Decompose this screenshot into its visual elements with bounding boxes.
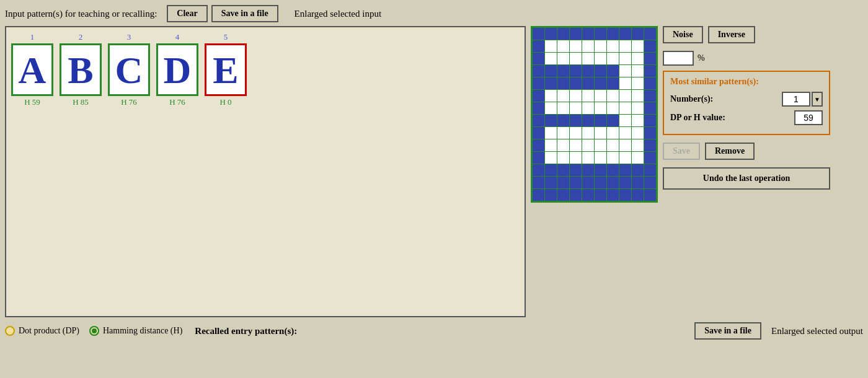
- grid-cell-1-0[interactable]: [533, 40, 544, 52]
- grid-cell-6-0[interactable]: [533, 102, 544, 114]
- grid-cell-7-4[interactable]: [582, 115, 594, 126]
- grid-cell-1-8[interactable]: [632, 40, 644, 52]
- grid-cell-6-2[interactable]: [557, 102, 569, 114]
- grid-cell-8-8[interactable]: [632, 127, 644, 139]
- radio-h[interactable]: Hamming distance (H): [89, 326, 182, 336]
- grid-cell-0-8[interactable]: [632, 28, 644, 40]
- grid-cell-10-4[interactable]: [582, 152, 594, 164]
- grid-cell-5-5[interactable]: [595, 90, 606, 102]
- pattern-canvas-1[interactable]: A: [11, 43, 53, 96]
- grid-cell-9-0[interactable]: [533, 139, 544, 151]
- grid-cell-3-9[interactable]: [644, 65, 656, 77]
- pattern-canvas-4[interactable]: D: [156, 43, 198, 96]
- grid-cell-8-2[interactable]: [557, 127, 569, 139]
- grid-cell-12-9[interactable]: [644, 177, 656, 188]
- grid-cell-0-0[interactable]: [533, 28, 544, 40]
- grid-cell-11-1[interactable]: [545, 164, 557, 176]
- grid-cell-8-7[interactable]: [619, 127, 631, 139]
- pattern-canvas-5[interactable]: E: [205, 43, 247, 96]
- grid-cell-9-9[interactable]: [644, 139, 656, 151]
- grid-cell-0-1[interactable]: [545, 28, 557, 40]
- grid-cell-9-2[interactable]: [557, 139, 569, 151]
- grid-cell-12-6[interactable]: [607, 177, 619, 188]
- grid-cell-1-7[interactable]: [619, 40, 631, 52]
- grid-cell-2-4[interactable]: [582, 53, 594, 64]
- grid-cell-1-2[interactable]: [557, 40, 569, 52]
- grid-cell-3-7[interactable]: [619, 65, 631, 77]
- grid-cell-2-9[interactable]: [644, 53, 656, 64]
- grid-cell-3-5[interactable]: [595, 65, 606, 77]
- grid-cell-7-6[interactable]: [607, 115, 619, 126]
- grid-cell-1-1[interactable]: [545, 40, 557, 52]
- grid-cell-5-6[interactable]: [607, 90, 619, 102]
- grid-cell-2-6[interactable]: [607, 53, 619, 64]
- grid-cell-3-0[interactable]: [533, 65, 544, 77]
- grid-cell-4-3[interactable]: [570, 77, 582, 89]
- grid-cell-10-9[interactable]: [644, 152, 656, 164]
- dp-h-input[interactable]: [794, 110, 823, 125]
- grid-cell-1-6[interactable]: [607, 40, 619, 52]
- grid-cell-3-3[interactable]: [570, 65, 582, 77]
- grid-cell-11-8[interactable]: [632, 164, 644, 176]
- grid-cell-4-7[interactable]: [619, 77, 631, 89]
- grid-cell-8-3[interactable]: [570, 127, 582, 139]
- grid-cell-1-4[interactable]: [582, 40, 594, 52]
- grid-cell-10-7[interactable]: [619, 152, 631, 164]
- grid-cell-2-1[interactable]: [545, 53, 557, 64]
- grid-cell-11-6[interactable]: [607, 164, 619, 176]
- grid-cell-6-1[interactable]: [545, 102, 557, 114]
- grid-cell-3-6[interactable]: [607, 65, 619, 77]
- grid-cell-10-1[interactable]: [545, 152, 557, 164]
- pattern-canvas-2[interactable]: B: [60, 43, 102, 96]
- grid-cell-7-3[interactable]: [570, 115, 582, 126]
- grid-cell-11-2[interactable]: [557, 164, 569, 176]
- grid-cell-12-2[interactable]: [557, 177, 569, 188]
- grid-cell-4-9[interactable]: [644, 77, 656, 89]
- pattern-canvas-3[interactable]: C: [108, 43, 150, 96]
- pattern-item-5[interactable]: 5 E H 0: [205, 32, 247, 107]
- grid-cell-13-4[interactable]: [582, 189, 594, 201]
- grid-cell-12-7[interactable]: [619, 177, 631, 188]
- grid-cell-6-4[interactable]: [582, 102, 594, 114]
- grid-cell-5-1[interactable]: [545, 90, 557, 102]
- grid-cell-11-0[interactable]: [533, 164, 544, 176]
- grid-cell-7-8[interactable]: [632, 115, 644, 126]
- grid-cell-2-2[interactable]: [557, 53, 569, 64]
- grid-cell-6-9[interactable]: [644, 102, 656, 114]
- grid-cell-11-5[interactable]: [595, 164, 606, 176]
- grid-cell-13-9[interactable]: [644, 189, 656, 201]
- grid-cell-5-2[interactable]: [557, 90, 569, 102]
- grid-cell-5-8[interactable]: [632, 90, 644, 102]
- pattern-item-3[interactable]: 3 C H 76: [108, 32, 150, 107]
- grid-cell-3-8[interactable]: [632, 65, 644, 77]
- grid-cell-8-9[interactable]: [644, 127, 656, 139]
- grid-cell-5-7[interactable]: [619, 90, 631, 102]
- grid-cell-2-8[interactable]: [632, 53, 644, 64]
- grid-cell-6-6[interactable]: [607, 102, 619, 114]
- grid-cell-12-0[interactable]: [533, 177, 544, 188]
- grid-cell-0-2[interactable]: [557, 28, 569, 40]
- grid-cell-4-2[interactable]: [557, 77, 569, 89]
- grid-cell-8-1[interactable]: [545, 127, 557, 139]
- inverse-button[interactable]: Inverse: [708, 26, 755, 43]
- grid-cell-0-7[interactable]: [619, 28, 631, 40]
- grid-cell-11-9[interactable]: [644, 164, 656, 176]
- grid-cell-0-9[interactable]: [644, 28, 656, 40]
- grid-cell-13-0[interactable]: [533, 189, 544, 201]
- enlarged-grid[interactable]: [531, 26, 658, 203]
- grid-cell-5-3[interactable]: [570, 90, 582, 102]
- clear-button[interactable]: Clear: [167, 5, 207, 22]
- grid-cell-12-4[interactable]: [582, 177, 594, 188]
- save-output-button[interactable]: Save in a file: [694, 322, 761, 340]
- grid-cell-8-4[interactable]: [582, 127, 594, 139]
- grid-cell-4-4[interactable]: [582, 77, 594, 89]
- grid-cell-1-3[interactable]: [570, 40, 582, 52]
- grid-cell-6-3[interactable]: [570, 102, 582, 114]
- grid-cell-7-2[interactable]: [557, 115, 569, 126]
- numbers-dropdown[interactable]: ▼: [812, 92, 823, 107]
- grid-cell-13-2[interactable]: [557, 189, 569, 201]
- grid-cell-13-8[interactable]: [632, 189, 644, 201]
- grid-cell-12-8[interactable]: [632, 177, 644, 188]
- grid-cell-9-1[interactable]: [545, 139, 557, 151]
- grid-cell-3-1[interactable]: [545, 65, 557, 77]
